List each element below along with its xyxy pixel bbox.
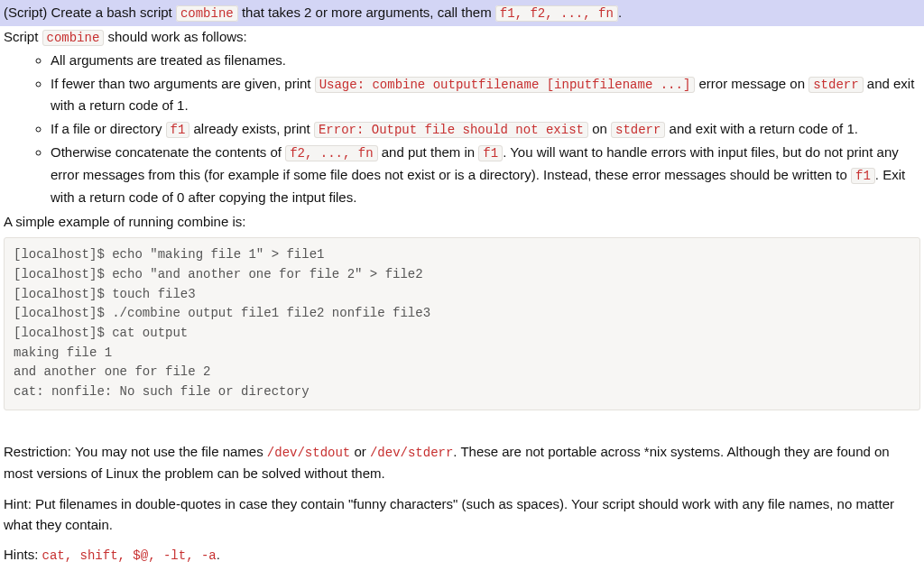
b2-t2: error message on: [695, 76, 808, 91]
hint1-para: Hint: Put filenames in double-quotes in …: [4, 493, 920, 536]
example-label: A simple example of running combine is:: [0, 211, 924, 232]
intro-line: Script combine should work as follows:: [0, 26, 924, 49]
bullet-3: If a file or directory f1 already exists…: [51, 118, 924, 141]
restriction-c1: /dev/stdout: [267, 446, 350, 460]
b2-c2: stderr: [808, 77, 863, 93]
header-highlight: (Script) Create a bash script combine th…: [0, 0, 924, 26]
hint2-c1: cat, shift, $@, -lt, -a: [42, 548, 217, 563]
b3-t4: and exit with a return code of 1.: [665, 121, 857, 136]
header-code-combine: combine: [176, 5, 238, 22]
intro-pre: Script: [4, 29, 42, 44]
b4-c3: f1: [851, 168, 875, 184]
b3-t1: If a file or directory: [51, 121, 166, 136]
bullet-list: All arguments are treated as filenames. …: [0, 50, 924, 207]
header-suffix: .: [618, 5, 622, 20]
header-code-args: f1, f2, ..., fn: [495, 5, 618, 22]
b2-t1: If fewer than two arguments are given, p…: [51, 76, 315, 91]
hint2-t2: .: [217, 547, 220, 562]
b3-c2: Error: Output file should not exist: [314, 122, 588, 138]
b4-t2: and put them in: [378, 144, 479, 160]
b3-t2: already exists, print: [189, 121, 314, 136]
hint2-t1: Hints:: [4, 547, 42, 562]
restriction-t1: Restriction: You may not use the file na…: [4, 444, 267, 459]
bullet-4: Otherwise concatenate the contents of f2…: [51, 142, 924, 207]
b3-t3: on: [588, 121, 611, 136]
b3-c1: f1: [166, 122, 190, 138]
bullet-2: If fewer than two arguments are given, p…: [51, 73, 924, 116]
b4-c2: f1: [478, 145, 503, 161]
bullet-1-text: All arguments are treated as filenames.: [51, 52, 286, 68]
restriction-t2: or: [350, 444, 370, 459]
restriction-para: Restriction: You may not use the file na…: [4, 441, 920, 484]
header-mid: that takes 2 or more arguments, call the…: [238, 5, 495, 20]
intro-post: should work as follows:: [104, 29, 246, 44]
hint2-para: Hints: cat, shift, $@, -lt, -a.: [4, 544, 920, 566]
b2-c1: Usage: combine outputfilename [inputfile…: [315, 77, 696, 93]
example-codeblock: [localhost]$ echo "making file 1" > file…: [4, 237, 920, 410]
hint3-para: Hint: Hints are just ideas you might fin…: [4, 575, 920, 580]
header-prefix: (Script) Create a bash script: [4, 5, 176, 20]
b4-c1: f2, ..., fn: [285, 145, 377, 161]
b3-c3: stderr: [611, 122, 665, 138]
b4-t1: Otherwise concatenate the contents of: [51, 144, 285, 160]
restriction-c2: /dev/stderr: [370, 446, 453, 460]
bullet-1: All arguments are treated as filenames.: [51, 50, 924, 70]
intro-code: combine: [42, 30, 105, 46]
